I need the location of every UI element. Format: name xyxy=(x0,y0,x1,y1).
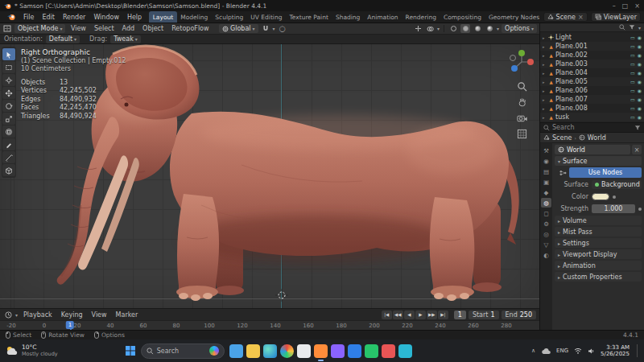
viewport-menu-retopoflow[interactable]: RetopoFlow xyxy=(169,25,212,32)
menu-render[interactable]: Render xyxy=(59,11,89,23)
outliner-item-mesh[interactable]: ▸ ▲ tusk ▭◉ xyxy=(540,113,644,121)
shading-solid-icon[interactable] xyxy=(460,24,470,33)
outliner-item-mesh[interactable]: ▸ ▲ Plane.004 ▭◉ xyxy=(540,68,644,77)
snap-magnet-icon[interactable] xyxy=(261,24,270,33)
weather-widget[interactable]: 10°C Mostly cloudy xyxy=(6,344,58,357)
tab-physics[interactable]: ◎ xyxy=(541,229,551,239)
outliner-item-mesh[interactable]: ▸ ▲ Plane.005 ▭◉ xyxy=(540,77,644,86)
taskbar-app-icon[interactable] xyxy=(229,344,243,358)
viewport-menu-object[interactable]: Object xyxy=(140,25,167,32)
tab-material[interactable]: ◐ xyxy=(541,250,551,260)
expand-icon[interactable]: ▸ xyxy=(543,71,547,76)
viewport-3d[interactable]: Right Orthographic (1) Scene Collection … xyxy=(0,44,539,308)
animate-property-icon[interactable] xyxy=(638,208,642,211)
hide-viewport-icon[interactable]: ▭ xyxy=(630,88,635,93)
scene-unlink-icon[interactable]: × xyxy=(578,14,584,21)
hide-viewport-icon[interactable]: ▭ xyxy=(630,114,635,120)
blender-app-menu-button[interactable] xyxy=(3,11,19,23)
expand-icon[interactable]: ▸ xyxy=(543,80,547,84)
hide-render-icon[interactable]: ◉ xyxy=(638,114,642,120)
edge-icon[interactable] xyxy=(263,344,277,358)
mode-dropdown[interactable]: Object Mode ▾ xyxy=(14,24,65,33)
orientation-setting-dropdown[interactable]: Default ▾ xyxy=(46,35,80,43)
expand-icon[interactable]: ▸ xyxy=(543,35,547,40)
expand-icon[interactable]: ▸ xyxy=(543,53,547,58)
panel-viewport-display[interactable]: ▸ Viewport Display xyxy=(555,249,642,259)
workspace-tab-sculpting[interactable]: Sculpting xyxy=(212,11,247,23)
grid-ortho-icon[interactable] xyxy=(517,129,527,139)
surface-shader-button[interactable]: Background xyxy=(592,180,642,189)
menu-edit[interactable]: Edit xyxy=(38,11,59,23)
tweak-tool-button[interactable] xyxy=(2,48,15,60)
play-reverse-button[interactable]: ◀ xyxy=(404,311,415,319)
hide-viewport-icon[interactable]: ▭ xyxy=(630,35,635,40)
jump-to-end-button[interactable]: ▶| xyxy=(438,311,448,319)
timeline-menu-playback[interactable]: Playback xyxy=(20,311,56,319)
zoom-icon[interactable] xyxy=(517,81,527,92)
world-datablock-field[interactable]: World xyxy=(555,145,630,154)
play-button[interactable]: ▶ xyxy=(415,311,426,319)
rotate-tool-button[interactable] xyxy=(2,100,15,112)
transform-tool-button[interactable] xyxy=(2,125,15,138)
show-gizmo-icon[interactable] xyxy=(413,24,423,33)
drag-setting-dropdown[interactable]: Tweak ▾ xyxy=(110,35,141,43)
shading-wireframe-icon[interactable] xyxy=(448,24,458,33)
move-tool-button[interactable] xyxy=(2,87,15,99)
taskbar-clock[interactable]: 3:33 AM 5/26/2025 xyxy=(601,344,630,358)
hide-render-icon[interactable]: ◉ xyxy=(638,35,642,40)
tab-object-data[interactable]: ▽ xyxy=(541,240,551,249)
workspace-tab-uv-editing[interactable]: UV Editing xyxy=(247,11,286,23)
hide-viewport-icon[interactable]: ▭ xyxy=(630,43,635,49)
hide-render-icon[interactable]: ◉ xyxy=(638,43,642,49)
wifi-icon[interactable] xyxy=(574,348,582,354)
axis-gizmo[interactable] xyxy=(508,48,535,76)
expand-icon[interactable]: ▸ xyxy=(543,97,547,102)
panel-animation[interactable]: ▸ Animation xyxy=(555,261,642,270)
chevron-down-icon[interactable]: ▾ xyxy=(638,25,641,31)
panel-volume[interactable]: ▸ Volume xyxy=(555,216,642,225)
tab-world[interactable]: ◍ xyxy=(541,198,551,208)
workspace-tab-modeling[interactable]: Modeling xyxy=(177,11,212,23)
breadcrumb-world[interactable]: World xyxy=(588,134,606,142)
view-layer-selector[interactable]: ViewLayer xyxy=(591,12,641,22)
panel-settings[interactable]: ▸ Settings xyxy=(555,238,642,248)
transform-orientation-dropdown[interactable]: Global ▾ xyxy=(219,24,258,33)
hide-render-icon[interactable]: ◉ xyxy=(638,88,642,93)
options-dropdown[interactable]: Options ▾ xyxy=(502,24,537,33)
viewport-menu-select[interactable]: Select xyxy=(91,25,117,32)
frame-start-field[interactable]: Start1 xyxy=(469,311,499,319)
search-field[interactable]: Search xyxy=(540,122,644,133)
hide-viewport-icon[interactable]: ▭ xyxy=(630,52,635,58)
expand-icon[interactable]: ▸ xyxy=(543,62,547,67)
add-cube-tool-button[interactable] xyxy=(2,164,15,176)
hide-render-icon[interactable]: ◉ xyxy=(638,61,642,67)
annotate-tool-button[interactable] xyxy=(2,138,15,150)
shading-rendered-icon[interactable] xyxy=(485,24,494,33)
menu-help[interactable]: Help xyxy=(123,11,146,23)
chevron-down-icon[interactable]: ▾ xyxy=(15,312,18,318)
close-button[interactable]: × xyxy=(634,2,640,10)
start-button[interactable] xyxy=(125,345,136,356)
hide-viewport-icon[interactable]: ▭ xyxy=(630,105,635,111)
chrome-icon[interactable] xyxy=(280,344,294,358)
language-indicator[interactable]: ENG xyxy=(556,348,568,354)
unlink-datablock-button[interactable]: × xyxy=(632,145,642,154)
show-desktop-button[interactable] xyxy=(637,344,638,357)
filter-funnel-icon[interactable] xyxy=(629,24,635,31)
hide-viewport-icon[interactable]: ▭ xyxy=(630,61,635,67)
menu-file[interactable]: File xyxy=(19,11,38,23)
tab-output[interactable]: ▤ xyxy=(541,167,551,176)
workspace-tab-layout[interactable]: Layout xyxy=(149,11,177,23)
taskbar-app-icon[interactable] xyxy=(348,344,361,358)
tab-modifiers[interactable]: ⚙ xyxy=(541,219,551,228)
taskbar-app-icon[interactable] xyxy=(382,344,395,358)
timeline-menu-marker[interactable]: Marker xyxy=(113,311,142,319)
panel-custom-properties[interactable]: ▸ Custom Properties xyxy=(555,272,642,282)
onedrive-cloud-icon[interactable] xyxy=(541,348,551,355)
cursor-3d-icon[interactable] xyxy=(275,289,288,302)
blender-taskbar-icon[interactable] xyxy=(314,344,328,358)
editor-type-icon[interactable] xyxy=(2,24,12,33)
workspace-tab-geometry-nodes[interactable]: Geometry Nodes xyxy=(485,11,543,23)
panel-mist-pass[interactable]: ▸ Mist Pass xyxy=(555,227,642,237)
breadcrumb-scene[interactable]: Scene xyxy=(552,134,572,142)
